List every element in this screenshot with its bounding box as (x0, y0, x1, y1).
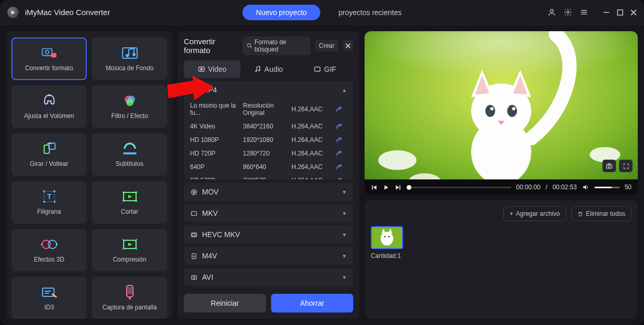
maximize-icon[interactable] (617, 9, 623, 16)
svg-point-6 (45, 50, 49, 54)
edit-icon[interactable] (336, 164, 347, 171)
chevron-down-icon: ▼ (342, 189, 347, 195)
seek-slider[interactable] (407, 187, 511, 188)
format-group-label: AVI (202, 273, 213, 281)
app-window: iMyMac Video Converter Nuevo proyecto pr… (0, 0, 644, 325)
watermark-icon: T (41, 189, 58, 204)
tool-3d[interactable]: Efectos 3D (11, 229, 87, 271)
titlebar: iMyMac Video Converter Nuevo proyecto pr… (0, 0, 644, 25)
svg-rect-44 (315, 67, 320, 71)
recent-projects-button[interactable]: proyectos recientes (339, 8, 401, 17)
3d-icon (41, 237, 58, 252)
format-search[interactable]: Formato de búsqued (243, 36, 311, 55)
svg-rect-17 (123, 152, 137, 154)
account-icon[interactable] (547, 8, 556, 17)
tool-filter[interactable]: Filtro / Efecto (92, 85, 167, 128)
svg-marker-72 (373, 185, 377, 190)
settings-icon[interactable] (564, 8, 572, 17)
remove-all-button[interactable]: Eliminar todos (571, 206, 632, 221)
convert-icon (41, 46, 58, 60)
add-file-button[interactable]: +Agregar archivo (503, 206, 566, 221)
format-group-avi: AVI▼ (184, 268, 353, 286)
svg-point-22 (43, 201, 45, 203)
close-panel-button[interactable] (343, 40, 353, 51)
row-codec: H.264,AAC (291, 177, 336, 179)
tool-screen[interactable]: Captura de pantalla (92, 277, 167, 319)
tool-volume[interactable]: Ajusta el Volúmen (11, 85, 87, 128)
svg-point-21 (53, 190, 56, 192)
edit-icon[interactable] (336, 106, 347, 113)
format-row[interactable]: HD 1080P1920*1080H.264,AAC (184, 133, 353, 147)
compress-icon (121, 237, 139, 252)
tool-compress[interactable]: Compresión (92, 229, 167, 271)
format-row[interactable]: 4K Video3840*2160H.264,AAC (184, 120, 353, 133)
prev-icon[interactable] (371, 184, 378, 191)
edit-icon[interactable] (336, 137, 347, 144)
format-row[interactable]: SD 576P720*576H.264,AAC (184, 174, 353, 179)
format-group-mp4: MP4 ▲ Lo mismo que la fu...Resolución Or… (184, 81, 353, 179)
volume-icon[interactable] (582, 184, 589, 191)
file-item[interactable]: Cantidad:1 (371, 226, 403, 259)
preview-frame[interactable] (365, 31, 638, 179)
close-icon[interactable] (630, 9, 637, 16)
format-group-header[interactable]: AVI▼ (184, 268, 353, 286)
tool-label: Subtítulos (116, 160, 143, 167)
format-row[interactable]: HD 720P1280*720H.264,AAC (184, 147, 353, 160)
svg-point-23 (53, 201, 56, 203)
format-row[interactable]: Lo mismo que la fu...Resolución Original… (184, 99, 353, 120)
format-group-header[interactable]: HEVC MKV▼ (184, 226, 353, 243)
tool-convert[interactable]: Convertir formato (11, 37, 87, 80)
subtitles-icon (121, 141, 139, 156)
chevron-down-icon: ▼ (342, 253, 347, 259)
edit-icon[interactable] (336, 123, 347, 130)
format-group-header[interactable]: MOV▼ (184, 183, 353, 201)
format-row[interactable]: 640P960*640H.264,AAC (184, 160, 353, 174)
player-controls: 00:00:00 / 00:02:53 50 (365, 179, 638, 195)
svg-marker-77 (583, 185, 586, 190)
svg-marker-46 (193, 89, 195, 92)
fullscreen-icon[interactable] (619, 160, 633, 172)
tool-trim[interactable]: Cortar (92, 181, 167, 224)
window-controls (547, 8, 637, 17)
tool-music[interactable]: Música de Fondo (92, 37, 167, 80)
svg-rect-49 (192, 211, 197, 215)
minimize-icon[interactable] (603, 9, 610, 16)
tool-id3[interactable]: ID3 (11, 277, 87, 319)
svg-marker-75 (396, 185, 399, 190)
row-res: Resolución Original (243, 102, 291, 116)
svg-rect-52 (192, 275, 197, 279)
volume-slider[interactable] (595, 187, 620, 188)
app-title: iMyMac Video Converter (25, 8, 110, 17)
format-group-header[interactable]: M4V▼ (184, 247, 353, 265)
tool-watermark[interactable]: TFiligrana (11, 181, 87, 224)
next-icon[interactable] (395, 184, 401, 191)
chevron-down-icon: ▼ (342, 211, 347, 216)
music-icon (121, 46, 139, 60)
tool-rotate[interactable]: Girar / Voltear (11, 133, 87, 176)
play-icon[interactable] (383, 184, 390, 191)
format-group-mp4-header[interactable]: MP4 ▲ (184, 81, 353, 99)
tool-label: Filtro / Efecto (111, 112, 148, 120)
svg-point-39 (247, 44, 250, 47)
top-tabs: Nuevo proyecto proyectos recientes (243, 5, 401, 20)
create-button[interactable]: Crear (315, 40, 339, 51)
svg-marker-0 (11, 10, 15, 15)
menu-icon[interactable] (580, 8, 588, 17)
chevron-down-icon: ▼ (342, 275, 347, 280)
svg-point-55 (378, 150, 417, 170)
tab-video[interactable]: Video (184, 60, 240, 78)
save-button[interactable]: Ahorrar (271, 294, 353, 313)
svg-point-43 (259, 70, 260, 71)
edit-icon[interactable] (336, 177, 347, 180)
tab-gif[interactable]: GIF (297, 60, 353, 78)
snapshot-icon[interactable] (602, 160, 616, 172)
tab-audio[interactable]: Audio (240, 60, 297, 78)
svg-point-10 (132, 53, 136, 56)
new-project-button[interactable]: Nuevo proyecto (243, 5, 320, 20)
tool-subtitles[interactable]: Subtítulos (92, 133, 167, 176)
file-thumbnails: Cantidad:1 (371, 226, 632, 259)
reset-button[interactable]: Reiniciar (184, 294, 266, 313)
tool-label: ID3 (44, 304, 54, 311)
format-group-header[interactable]: MKV▼ (184, 204, 353, 222)
edit-icon[interactable] (336, 150, 347, 157)
